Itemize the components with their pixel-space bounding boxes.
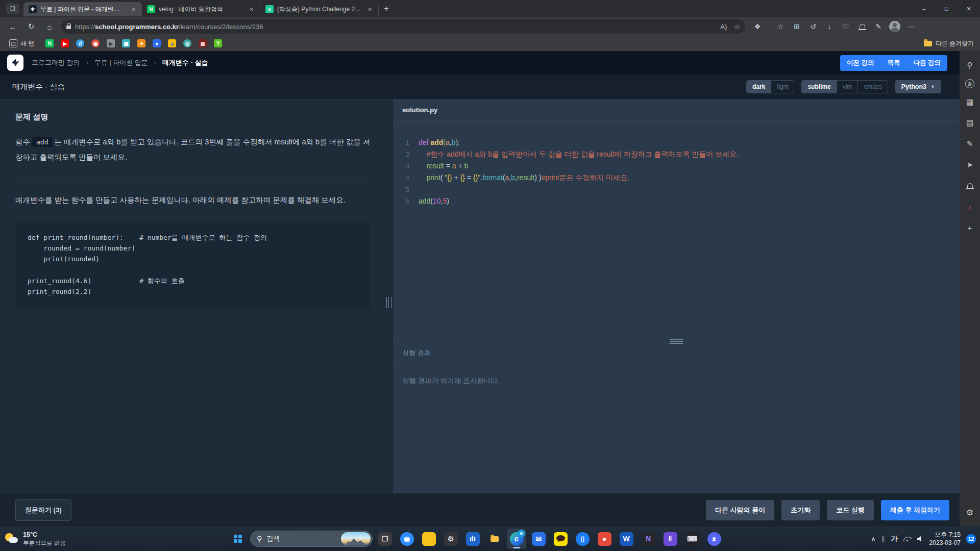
reset-button[interactable]: 초기화 bbox=[781, 500, 820, 520]
editor-resize-grip[interactable] bbox=[668, 337, 685, 346]
bluetooth-icon[interactable]: ᛒ bbox=[881, 535, 886, 543]
kakaotalk-icon[interactable] bbox=[551, 529, 570, 549]
favorites-icon[interactable]: ☆ bbox=[773, 19, 788, 34]
sidebar-search-icon[interactable]: ⚲ bbox=[963, 58, 977, 72]
collections-icon[interactable]: ⊞ bbox=[790, 19, 804, 34]
discover-copilot-icon[interactable]: b bbox=[965, 79, 974, 88]
bookmark-blue-dot-app[interactable]: ● bbox=[153, 39, 161, 47]
prev-lesson-button[interactable]: 이전 강의 bbox=[840, 55, 880, 71]
code-line[interactable]: 2 #함수 add에서 a와 b를 입력받아서 두 값을 더한 값을 resul… bbox=[393, 148, 960, 160]
breadcrumb-item[interactable]: 프로그래밍 강의 bbox=[32, 58, 80, 67]
bookmark-orange-app[interactable]: ✦ bbox=[137, 39, 145, 47]
language-select[interactable]: Python3 ▼ bbox=[895, 80, 941, 93]
bookmark-y-app[interactable]: Y bbox=[214, 39, 222, 47]
bookmark-google-drive[interactable]: ▲ bbox=[168, 39, 176, 47]
taskbar-clock[interactable]: 오후 7:15 2023-03-07 bbox=[929, 531, 961, 547]
zoom-app-icon[interactable]: ◉ bbox=[397, 529, 416, 549]
browser-tab[interactable]: Nvelog : 네이버 통합검색✕ bbox=[142, 2, 260, 16]
breadcrumb-item[interactable]: 무료 | 파이썬 입문 bbox=[94, 58, 148, 67]
sidebar-settings-icon[interactable]: ⚙ bbox=[960, 505, 980, 519]
sidebar-bell-icon[interactable] bbox=[963, 179, 977, 193]
notifications-icon[interactable] bbox=[855, 19, 869, 34]
start-button[interactable] bbox=[228, 529, 248, 549]
bookmark-youtube[interactable]: ▶ bbox=[61, 39, 69, 47]
pane-splitter[interactable] bbox=[386, 99, 393, 493]
phone-link-icon[interactable]: ▯ bbox=[573, 529, 592, 549]
wifi-icon[interactable] bbox=[903, 537, 912, 541]
code-line[interactable]: 5 bbox=[393, 184, 960, 195]
keymap-option-sublime[interactable]: sublime bbox=[802, 81, 837, 93]
bookmark-red-grid-app[interactable]: ▦ bbox=[199, 39, 207, 47]
bookmark-teal-app[interactable]: ▦ bbox=[122, 39, 130, 47]
run-code-button[interactable]: 코드 실행 bbox=[827, 500, 874, 520]
refresh-icon[interactable]: ↻ bbox=[23, 19, 39, 34]
file-explorer-icon[interactable] bbox=[485, 529, 504, 549]
edge-icon[interactable]: e6 bbox=[507, 529, 526, 549]
code-line[interactable]: 1def add(a,b): bbox=[393, 137, 960, 148]
favorite-add-icon[interactable]: ☆ bbox=[734, 23, 740, 31]
code-editor[interactable]: 1def add(a,b):2 #함수 add에서 a와 b를 입력받아서 두 … bbox=[393, 121, 960, 343]
code-line[interactable]: 3 result = a + b bbox=[393, 160, 960, 172]
bookmark-media-player[interactable]: ▶ bbox=[107, 39, 115, 47]
keymap-option-emacs[interactable]: emacs bbox=[858, 81, 887, 93]
stats-icon[interactable]: ▤ bbox=[963, 116, 977, 130]
ime-korean-indicator[interactable]: 가 bbox=[891, 534, 898, 543]
send-icon[interactable]: ➤ bbox=[963, 158, 977, 172]
other-favorites[interactable]: 다른 즐겨찾기 bbox=[924, 39, 974, 48]
notion-app-icon[interactable]: N bbox=[639, 529, 658, 549]
music-icon[interactable]: ♪ bbox=[963, 199, 977, 214]
task-manager-icon[interactable]: ılı bbox=[463, 529, 482, 549]
tab-close-icon[interactable]: ✕ bbox=[130, 6, 138, 13]
sticky-notes-icon[interactable] bbox=[419, 529, 438, 549]
browser-essentials-icon[interactable]: ♡ bbox=[839, 19, 853, 34]
next-lesson-button[interactable]: 다음 강의 bbox=[907, 55, 947, 71]
add-sidebar-icon[interactable]: + bbox=[963, 220, 977, 235]
code-line[interactable]: 6add(10,5) bbox=[393, 195, 960, 207]
settings-app-icon[interactable]: ⚙ bbox=[441, 529, 460, 549]
bookmark-naver[interactable]: N bbox=[45, 39, 54, 47]
tab-close-icon[interactable]: ✕ bbox=[366, 6, 374, 13]
weather-widget[interactable]: 15°C 부분적으로 맑음 bbox=[5, 531, 66, 546]
notification-count-badge[interactable]: 12 bbox=[966, 534, 976, 544]
web-capture-icon[interactable]: ✎ bbox=[871, 19, 886, 34]
designer-icon[interactable]: ✎ bbox=[963, 137, 977, 151]
task-view-icon[interactable]: ❐ bbox=[375, 529, 395, 549]
maximize-icon[interactable]: □ bbox=[935, 0, 958, 17]
mail-app-icon[interactable]: ✉ bbox=[529, 529, 548, 549]
bookmark-camera-app[interactable]: ◎ bbox=[183, 39, 191, 47]
keyboard-app-icon[interactable]: ⌨ bbox=[682, 529, 702, 549]
theme-option-light[interactable]: light bbox=[771, 81, 794, 93]
bookmark-blue-app[interactable]: d bbox=[76, 39, 84, 47]
bookmark-chrome[interactable]: ◉ bbox=[91, 39, 100, 47]
tools-icon[interactable]: ▦ bbox=[963, 95, 977, 109]
theme-option-dark[interactable]: dark bbox=[747, 81, 771, 93]
address-bar[interactable]: https://school.programmers.co.kr/learn/c… bbox=[61, 19, 745, 34]
browser-tab[interactable]: 무료 | 파이썬 입문 - 매개변수 - 실✕ bbox=[23, 2, 142, 16]
purple-app-icon[interactable]: ‖ bbox=[660, 529, 680, 549]
settings-menu-icon[interactable]: ⋯ bbox=[904, 19, 918, 34]
new-tab-button[interactable]: + bbox=[384, 4, 389, 14]
taskbar-search[interactable]: ⚲ 검색 bbox=[250, 531, 373, 547]
tab-close-icon[interactable]: ✕ bbox=[248, 6, 256, 13]
close-icon[interactable]: ✕ bbox=[958, 0, 980, 17]
back-icon[interactable]: ← bbox=[5, 19, 20, 34]
home-icon[interactable]: ⌂ bbox=[42, 19, 57, 34]
profile-avatar[interactable] bbox=[888, 19, 902, 34]
word-icon[interactable]: W bbox=[617, 529, 636, 549]
lesson-list-button[interactable]: 목록 bbox=[881, 55, 907, 71]
discord-icon[interactable]: ᴥ bbox=[704, 529, 724, 549]
keymap-option-vim[interactable]: vim bbox=[837, 81, 859, 93]
other-solutions-button[interactable]: 다른 사람의 풀이 bbox=[706, 500, 774, 520]
ask-question-button[interactable]: 질문하기 (3) bbox=[15, 499, 71, 521]
tray-chevron-icon[interactable]: ∧ bbox=[871, 535, 876, 543]
extensions-icon[interactable]: ❖ bbox=[750, 19, 765, 34]
read-aloud-icon[interactable]: A) bbox=[720, 23, 727, 31]
browser-tab[interactable]: v(작성중) Python Challenge 2일차✕ bbox=[260, 2, 379, 16]
volume-icon[interactable] bbox=[917, 536, 924, 542]
downloads-icon[interactable]: ↓ bbox=[822, 19, 837, 34]
history-icon[interactable]: ↺ bbox=[806, 19, 820, 34]
bookmark-new-tab[interactable]: ▢ 새 탭 bbox=[6, 37, 37, 49]
red-app-icon[interactable]: ● bbox=[595, 529, 614, 549]
code-line[interactable]: 4 print( "{} + {} = {}".format(a,b,resul… bbox=[393, 172, 960, 184]
submit-button[interactable]: 제출 후 채점하기 bbox=[881, 500, 949, 520]
